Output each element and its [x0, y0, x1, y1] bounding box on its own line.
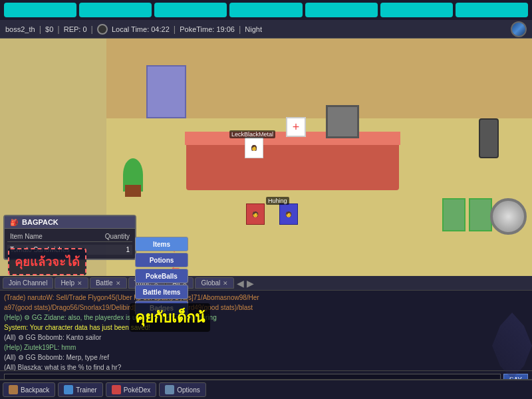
chat-line-8: (All) Blaszka: what is the % to find a h… — [4, 363, 528, 370]
bag-icon — [9, 385, 18, 394]
counter — [186, 137, 399, 190]
mirror — [490, 198, 527, 235]
nurse-sprite: 👩 — [245, 137, 263, 158]
money: $0 — [45, 25, 53, 33]
options-taskbar-button[interactable]: Options — [159, 382, 205, 397]
backpack-taskbar-button[interactable]: Backpack — [3, 382, 55, 397]
med-cross: + — [286, 117, 306, 137]
nurse-label: LeckBlackMetal — [229, 130, 275, 138]
npc-label: Huhing — [266, 197, 289, 205]
options-icon — [165, 385, 174, 394]
top-tab-1[interactable] — [4, 3, 76, 17]
npc-sprite: 🧑 — [279, 203, 298, 225]
status-bar: boss2_th | $0 | REP: 0 | Local Time: 04:… — [0, 20, 532, 39]
col-qty: Quantity — [105, 233, 130, 240]
options-label: Options — [177, 386, 200, 394]
channel-tab-join[interactable]: Join Channel — [3, 277, 53, 289]
top-tab-2[interactable] — [79, 3, 152, 17]
taskbar: Backpack Trainer PokéDex Options — [0, 379, 532, 399]
chat-messages: (Trade) narutoW: Sell/Trade Flygon45(Ube… — [0, 291, 532, 370]
pokeballs-button[interactable]: PokeBalls — [135, 269, 188, 283]
plant-pot — [125, 185, 141, 197]
thai-tooltip-2: คุยกับเด็กน้ — [130, 303, 210, 332]
phone — [479, 118, 499, 158]
channel-tab-battle[interactable]: Battle ✕ — [90, 277, 127, 289]
top-tab-bar — [0, 0, 532, 20]
top-tab-6[interactable] — [380, 3, 453, 17]
poke-time: PokeTime: 19:06 — [180, 25, 235, 33]
bagpack-title-text: BAGPACK — [22, 218, 59, 226]
top-tab-4[interactable] — [229, 3, 302, 17]
bagpack-icon: 🎒 — [10, 219, 18, 226]
computer — [326, 105, 359, 138]
globe-icon — [511, 21, 527, 37]
chat-line-6: (Help) Ziutek19PL: hmm — [4, 343, 528, 352]
username: boss2_th — [5, 25, 35, 33]
clock-icon — [97, 24, 108, 35]
items-button[interactable]: Items — [135, 237, 188, 251]
cabinet-1 — [442, 198, 466, 231]
backpack-label: Backpack — [21, 386, 49, 394]
local-time: Local Time: 04:22 — [112, 25, 170, 33]
potions-button[interactable]: Potions — [135, 253, 188, 267]
pokedex-taskbar-button[interactable]: PokéDex — [106, 382, 157, 397]
bagpack-title: 🎒 BAGPACK — [5, 216, 135, 229]
chat-line-7: (All) ⚙ GG Bobomb: Merp, type /ref — [4, 353, 528, 362]
chat-line-2: a97(good stats)/Drago56/Snorlax19/Delibi… — [4, 303, 528, 313]
close-help-icon[interactable]: ✕ — [77, 280, 82, 287]
channel-tab-global[interactable]: Global ✕ — [195, 277, 234, 289]
trainer-taskbar-button[interactable]: Trainer — [58, 382, 102, 397]
pokedex-label: PokéDex — [124, 386, 151, 394]
channel-tabs: Join Channel Help ✕ Battle ✕ Trade ✕ All… — [0, 276, 532, 291]
top-tab-7[interactable] — [456, 3, 528, 17]
game-area[interactable]: + 👩 LeckBlackMetal 🧑 🧑 Huhing ← ← ↙ 🎒 BA… — [0, 39, 532, 298]
scroll-right-icon[interactable]: ▶ — [245, 278, 255, 289]
pokedex-icon — [112, 385, 121, 394]
close-battle-icon[interactable]: ✕ — [116, 280, 121, 287]
trainer-label: Trainer — [76, 386, 96, 394]
item-qty: 1 — [126, 246, 130, 253]
chat-line-5: (All) ⚙ GG Bobomb: Kanto sailor — [4, 333, 528, 342]
chat-line-1: (Trade) narutoW: Sell/Trade Flygon45(Ube… — [4, 293, 528, 303]
shelves — [146, 65, 186, 118]
top-tab-5[interactable] — [305, 3, 378, 17]
cabinet-2 — [469, 198, 492, 231]
chat-line-4: System: Your character data has just bee… — [4, 323, 528, 332]
item-header: Item Name Quantity — [7, 231, 132, 242]
close-global-icon[interactable]: ✕ — [223, 280, 228, 287]
battle-items-button[interactable]: Battle Items — [135, 285, 188, 299]
rep: REP: 0 — [64, 25, 87, 33]
trainer-icon — [64, 385, 73, 394]
time-of-day: Night — [245, 25, 262, 33]
col-name: Item Name — [10, 233, 43, 240]
scroll-left-icon[interactable]: ◀ — [235, 278, 245, 289]
channel-tab-help[interactable]: Help ✕ — [55, 277, 88, 289]
player-sprite: 🧑 — [246, 203, 265, 225]
thai-tooltip-1: คุยแล้วจะได้ — [8, 248, 86, 275]
chat-line-3: (Help) ⚙ GG Zidane: also, the playerdex … — [4, 313, 528, 323]
top-tab-3[interactable] — [154, 3, 227, 17]
